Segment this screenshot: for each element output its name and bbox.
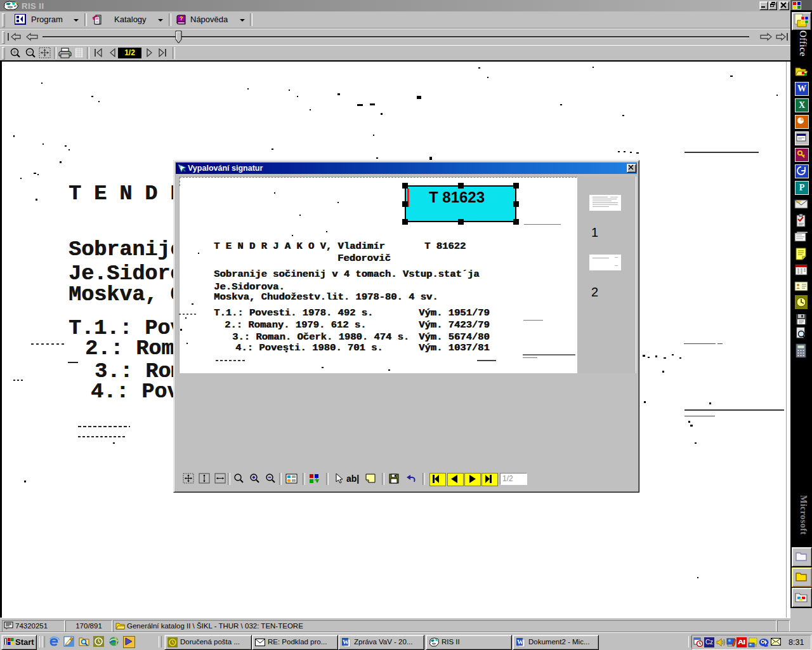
svg-text:W: W	[517, 639, 523, 646]
svg-text:W: W	[343, 639, 349, 646]
svg-text:?: ?	[180, 15, 183, 22]
